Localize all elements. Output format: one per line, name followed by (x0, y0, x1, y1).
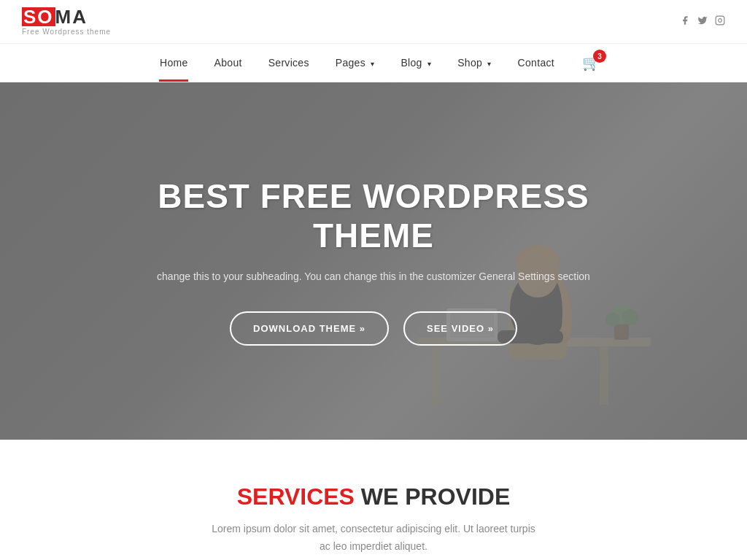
hero-title: BEST FREE WORDPRESS THEME (111, 176, 636, 255)
logo-tagline: Free Wordpress theme (22, 28, 111, 36)
main-nav: Home About Services Pages ▾ Blog ▾ Shop … (0, 44, 747, 82)
logo[interactable]: SOMA Free Wordpress theme (22, 7, 111, 36)
nav-item-home[interactable]: Home (147, 44, 201, 82)
nav-item-contact[interactable]: Contact (505, 44, 568, 82)
services-heading-rest: WE PROVIDE (355, 483, 510, 510)
shop-dropdown-arrow: ▾ (487, 60, 491, 68)
twitter-icon[interactable] (697, 15, 708, 28)
download-theme-button[interactable]: DOWNLOAD THEME » (230, 311, 389, 346)
logo-so: SO (22, 7, 55, 26)
see-video-button[interactable]: SEE VIDEO » (403, 311, 517, 346)
pages-dropdown-arrow: ▾ (371, 60, 374, 68)
facebook-icon[interactable] (680, 15, 690, 28)
nav-item-pages[interactable]: Pages ▾ (322, 44, 388, 82)
hero-buttons: DOWNLOAD THEME » SEE VIDEO » (111, 311, 636, 346)
svg-rect-0 (716, 16, 724, 25)
nav-item-services[interactable]: Services (255, 44, 322, 82)
nav-item-about[interactable]: About (201, 44, 255, 82)
hero-section: BEST FREE WORDPRESS THEME change this to… (0, 82, 747, 440)
nav-link-services[interactable]: Services (255, 44, 322, 82)
nav-link-home[interactable]: Home (147, 44, 201, 82)
nav-item-shop[interactable]: Shop ▾ (444, 44, 504, 82)
nav-link-contact[interactable]: Contact (505, 44, 568, 82)
nav-link-shop[interactable]: Shop ▾ (444, 44, 504, 82)
hero-content: BEST FREE WORDPRESS THEME change this to… (82, 176, 665, 345)
nav-link-pages[interactable]: Pages ▾ (322, 44, 388, 82)
nav-links: Home About Services Pages ▾ Blog ▾ Shop … (147, 44, 568, 82)
top-bar: SOMA Free Wordpress theme (0, 0, 747, 44)
hero-subtitle: change this to your subheading. You can … (111, 268, 636, 284)
nav-link-blog[interactable]: Blog ▾ (387, 44, 444, 82)
nav-link-about[interactable]: About (201, 44, 255, 82)
cart-button[interactable]: 🛒 3 (582, 54, 600, 71)
instagram-icon[interactable] (715, 15, 725, 28)
services-heading-highlight: SERVICES (237, 483, 355, 510)
cart-badge: 3 (593, 50, 606, 63)
blog-dropdown-arrow: ▾ (427, 60, 431, 68)
services-heading: SERVICES WE PROVIDE (22, 483, 725, 510)
nav-item-blog[interactable]: Blog ▾ (387, 44, 444, 82)
logo-ma: MA (55, 6, 88, 28)
services-section: SERVICES WE PROVIDE Lorem ipsum dolor si… (0, 440, 747, 560)
services-description: Lorem ipsum dolor sit amet, consectetur … (209, 521, 538, 556)
social-icons (680, 15, 725, 28)
